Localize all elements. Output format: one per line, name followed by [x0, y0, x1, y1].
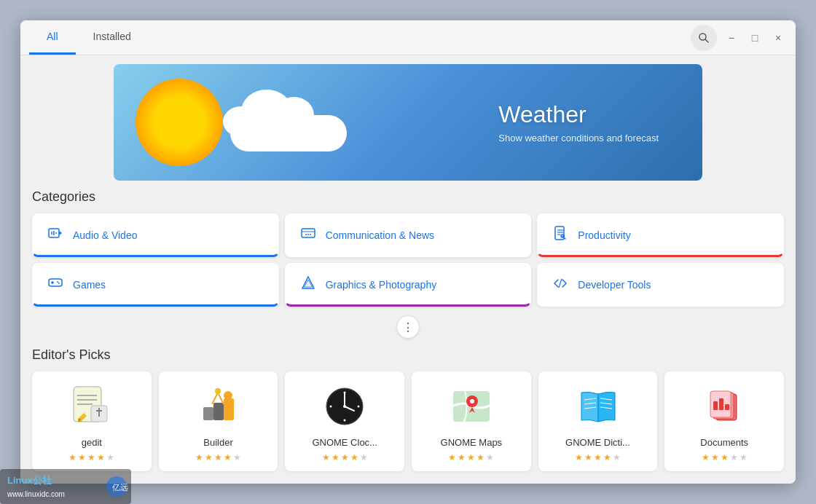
svg-text:www.linuxidc.com: www.linuxidc.com: [7, 490, 65, 498]
tab-installed[interactable]: Installed: [76, 20, 149, 55]
category-communication[interactable]: Communication & News: [285, 213, 532, 257]
star-5: ★: [613, 452, 621, 462]
watermark-graphic: Linux公社 www.linuxidc.com 亿远: [0, 469, 131, 504]
star-2: ★: [78, 452, 86, 462]
titlebar-actions: − □ ×: [691, 25, 787, 51]
svg-point-48: [344, 420, 346, 422]
expand-button[interactable]: ⋮: [396, 315, 420, 339]
svg-line-1: [705, 39, 708, 42]
pick-builder[interactable]: Builder ★ ★ ★ ★ ★: [159, 371, 278, 471]
watermark: Linux公社 www.linuxidc.com 亿远: [0, 469, 131, 504]
hero-cloud: [201, 86, 361, 151]
category-graphics[interactable]: Graphics & Photography: [285, 263, 532, 307]
svg-rect-7: [302, 229, 315, 237]
star-3: ★: [467, 452, 475, 462]
svg-point-22: [58, 283, 60, 284]
svg-rect-36: [203, 407, 213, 420]
pick-gedit[interactable]: gedit ★ ★ ★ ★ ★: [32, 371, 152, 471]
star-4: ★: [97, 452, 105, 462]
category-audio-video[interactable]: Audio & Video: [32, 213, 279, 257]
pick-documents[interactable]: Documents ★ ★ ★ ★ ★: [664, 371, 784, 471]
tab-all[interactable]: All: [29, 20, 76, 55]
gnome-dict-icon: [575, 383, 621, 430]
gnome-dict-name: GNOME Dicti...: [565, 437, 630, 448]
pick-gnome-clocks[interactable]: GNOME Cloc... ★ ★ ★ ★ ★: [285, 371, 404, 471]
search-icon: [698, 32, 710, 44]
developer-icon: [550, 275, 570, 295]
star-4: ★: [476, 452, 484, 462]
minimize-button[interactable]: −: [723, 29, 740, 47]
gnome-maps-icon: [448, 383, 495, 430]
maximize-button[interactable]: □: [746, 29, 764, 47]
star-2: ★: [205, 452, 213, 462]
svg-marker-3: [59, 231, 62, 235]
expand-icon: ⋮: [402, 320, 414, 334]
developer-label: Developer Tools: [578, 279, 651, 291]
svg-point-11: [310, 234, 311, 235]
gnome-maps-stars: ★ ★ ★ ★ ★: [448, 452, 494, 462]
picks-grid: gedit ★ ★ ★ ★ ★: [32, 371, 784, 471]
star-4: ★: [730, 452, 738, 462]
categories-title: Categories: [32, 189, 784, 205]
editors-picks-title: Editor's Picks: [32, 347, 784, 363]
star-5: ★: [106, 452, 114, 462]
category-productivity[interactable]: Productivity: [537, 213, 784, 257]
svg-point-21: [57, 281, 58, 283]
categories-grid: Audio & Video Communication & News: [32, 213, 784, 307]
audio-video-label: Audio & Video: [73, 229, 137, 241]
pick-gnome-maps[interactable]: GNOME Maps ★ ★ ★ ★ ★: [412, 371, 531, 471]
builder-stars: ★ ★ ★ ★ ★: [195, 452, 241, 462]
games-label: Games: [73, 279, 106, 291]
svg-rect-64: [719, 398, 723, 410]
star-3: ★: [594, 452, 602, 462]
hero-text: Weather Show weather conditions and fore…: [498, 101, 659, 143]
audio-video-icon: [45, 225, 66, 245]
gnome-maps-name: GNOME Maps: [441, 437, 503, 448]
star-5: ★: [360, 452, 368, 462]
titlebar: All Installed − □ ×: [20, 20, 796, 55]
star-2: ★: [711, 452, 719, 462]
hero-title: Weather: [498, 101, 659, 128]
svg-line-25: [559, 279, 562, 288]
star-1: ★: [575, 452, 583, 462]
hero-subtitle: Show weather conditions and forecast: [498, 133, 659, 143]
builder-name: Builder: [203, 437, 232, 448]
svg-text:Linux公社: Linux公社: [7, 475, 52, 486]
star-1: ★: [322, 452, 330, 462]
gedit-stars: ★ ★ ★ ★ ★: [68, 452, 114, 462]
star-3: ★: [721, 452, 729, 462]
svg-rect-63: [713, 401, 718, 410]
gedit-icon: [68, 383, 115, 430]
star-3: ★: [214, 452, 222, 462]
star-1: ★: [195, 452, 203, 462]
close-button[interactable]: ×: [769, 29, 787, 47]
documents-icon: [701, 383, 748, 430]
star-2: ★: [332, 452, 340, 462]
svg-point-41: [215, 388, 221, 394]
svg-rect-40: [225, 395, 231, 404]
category-developer[interactable]: Developer Tools: [537, 263, 784, 307]
pick-gnome-dict[interactable]: GNOME Dicti... ★ ★ ★ ★ ★: [538, 371, 658, 471]
main-window: All Installed − □ ×: [20, 20, 796, 484]
star-2: ★: [458, 452, 466, 462]
hero-banner[interactable]: Weather Show weather conditions and fore…: [114, 64, 702, 181]
search-button[interactable]: [691, 25, 717, 51]
svg-point-47: [344, 392, 346, 394]
gedit-name: gedit: [82, 437, 102, 448]
svg-point-50: [358, 406, 360, 408]
communication-icon: [298, 226, 318, 245]
svg-point-49: [330, 406, 332, 408]
star-1: ★: [68, 452, 76, 462]
star-3: ★: [341, 452, 349, 462]
star-5: ★: [740, 452, 748, 462]
gnome-clocks-stars: ★ ★ ★ ★ ★: [322, 452, 368, 462]
main-content: Categories Audio & Video: [20, 189, 796, 483]
star-5: ★: [486, 452, 494, 462]
category-games[interactable]: Games: [32, 263, 279, 307]
editors-picks-section: Editor's Picks: [32, 347, 784, 471]
svg-point-53: [470, 399, 474, 403]
star-1: ★: [448, 452, 456, 462]
productivity-label: Productivity: [578, 229, 630, 241]
svg-point-10: [307, 234, 309, 235]
tabs-container: All Installed: [29, 20, 149, 55]
